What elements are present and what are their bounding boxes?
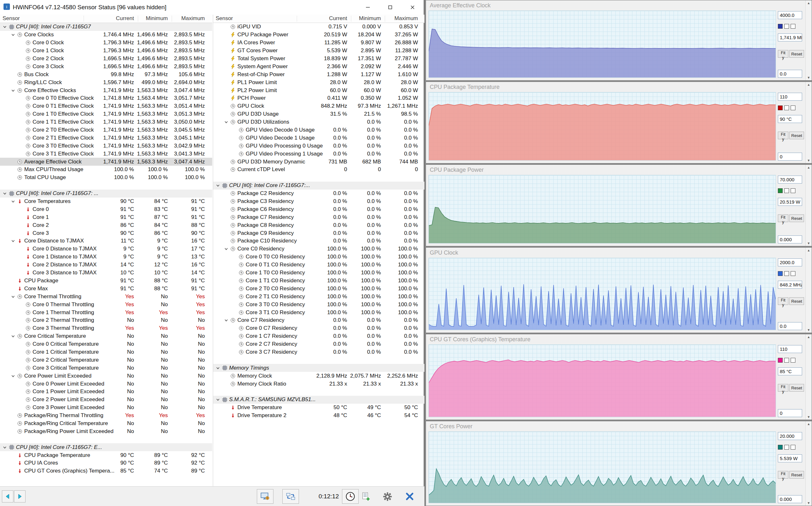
sensor-row[interactable]: GPU Video Processing 0 Usage0.0 %0.0 %0.…: [213, 142, 424, 150]
scroll-up-icon[interactable]: ▲: [806, 335, 812, 339]
graph-scrollbar[interactable]: ▲▼: [805, 82, 812, 163]
sensor-row[interactable]: Core 3 T0 Effective Clock1,741.9 MHz1,56…: [0, 142, 212, 150]
scroll-down-icon[interactable]: ▼: [806, 328, 812, 332]
sensor-row[interactable]: Total CPU Usage100.0 %100.0 %100.0 %: [0, 174, 212, 182]
y-min-input[interactable]: 0: [778, 153, 802, 161]
sensor-row[interactable]: Core Thermal ThrottlingYesNoYes: [0, 292, 212, 301]
sensor-row[interactable]: GPU Video Decode 1 Usage0.0 %0.0 %0.0 %: [213, 134, 424, 142]
sensor-row[interactable]: Core 0 C7 Residency0.0 %0.0 %0.0 %: [213, 324, 424, 332]
sensor-row[interactable]: Core 191 °C87 °C91 °C: [0, 213, 212, 221]
sensor-row[interactable]: PCH Power0.411 W0.350 W1.052 W: [213, 94, 424, 102]
title-bar[interactable]: i HWiNFO64 v7.12-4580 Sensor Status [96 …: [0, 0, 424, 15]
sensor-row[interactable]: Package C2 Residency0.0 %0.0 %0.0 %: [213, 190, 424, 197]
fit-y-button[interactable]: Fit y: [778, 297, 789, 305]
sensor-row[interactable]: Core 2 Power Limit ExceededNoNoNo: [0, 396, 212, 404]
series-color-swatch[interactable]: [778, 358, 783, 363]
chevron-down-icon[interactable]: [224, 247, 230, 251]
series-color-swatch[interactable]: [778, 188, 783, 193]
sensor-row[interactable]: Core 2 Clock1,696.5 MHz1,496.6 MHz2,893.…: [0, 55, 212, 63]
chevron-down-icon[interactable]: [11, 199, 17, 203]
settings-gear-button[interactable]: [379, 489, 396, 504]
scroll-up-icon[interactable]: ▲: [806, 249, 812, 252]
y-max-input[interactable]: 4000.0: [778, 11, 802, 19]
series-color-swatch[interactable]: [791, 445, 795, 449]
series-color-swatch[interactable]: [791, 105, 795, 110]
sensor-row[interactable]: Core 3 Distance to TJMAX10 °C10 °C14 °C: [0, 269, 212, 277]
reset-button[interactable]: Reset: [789, 297, 804, 305]
chevron-down-icon[interactable]: [3, 191, 9, 196]
y-min-input[interactable]: 0.0: [778, 70, 802, 78]
sensor-row[interactable]: GPU Video Processing 1 Usage0.0 %0.0 %0.…: [213, 150, 424, 158]
sensor-row[interactable]: Package/Ring Critical TemperatureNoNoNo: [0, 420, 212, 428]
sensor-row[interactable]: Core 2 T1 C0 Residency100.0 %100.0 %100.…: [213, 292, 424, 301]
sensor-row[interactable]: Core 3 Power Limit ExceededNoNoNo: [0, 404, 212, 412]
sensor-row[interactable]: Core 2 T1 Effective Clock1,741.9 MHz1,56…: [0, 134, 212, 142]
scroll-down-icon[interactable]: ▼: [806, 159, 812, 162]
sensor-row[interactable]: Core 0 Thermal ThrottlingYesNoYes: [0, 301, 212, 309]
sensor-row[interactable]: Package C7 Residency0.0 %0.0 %0.0 %: [213, 213, 424, 221]
sensor-row[interactable]: Package C8 Residency0.0 %0.0 %0.0 %: [213, 221, 424, 229]
scroll-up-icon[interactable]: ▲: [806, 83, 812, 86]
sensor-row[interactable]: Core 1 C7 Residency0.0 %0.0 %0.0 %: [213, 332, 424, 340]
y-min-input[interactable]: 0.000: [778, 236, 802, 243]
sensor-row[interactable]: Core 2 Critical TemperatureNoNoNo: [0, 356, 212, 364]
series-color-swatch[interactable]: [784, 358, 789, 363]
reset-button[interactable]: Reset: [789, 50, 804, 58]
chevron-down-icon[interactable]: [11, 334, 17, 338]
sensor-row[interactable]: Core Distance to TJMAX11 °C9 °C16 °C: [0, 237, 212, 245]
sensor-row[interactable]: Memory Timings: [213, 364, 424, 372]
sensor-row[interactable]: GPU Clock848.2 MHz97.3 MHz1,267.1 MHz: [213, 102, 424, 110]
reset-button[interactable]: Reset: [789, 384, 804, 392]
series-color-swatch[interactable]: [778, 445, 783, 449]
sensor-row[interactable]: iGPU VID0.715 V0.000 V0.853 V: [213, 23, 424, 31]
scroll-down-icon[interactable]: ▼: [806, 242, 812, 245]
sensor-row[interactable]: Max CPU/Thread Usage100.0 %100.0 %100.0 …: [0, 166, 212, 174]
sensor-row[interactable]: Core 1 Distance to TJMAX9 °C9 °C13 °C: [0, 253, 212, 261]
nav-right-button[interactable]: [14, 490, 25, 503]
sensor-row[interactable]: GT Cores Power5.539 W2.895 W11.288 W: [213, 47, 424, 55]
sensor-row[interactable]: Core 286 °C84 °C88 °C: [0, 221, 212, 229]
series-color-swatch[interactable]: [784, 271, 789, 276]
sensor-row[interactable]: Core 3 Thermal ThrottlingYesYesYes: [0, 324, 212, 332]
y-min-input[interactable]: 0: [778, 409, 802, 417]
scroll-up-icon[interactable]: ▲: [806, 166, 812, 169]
reset-button[interactable]: Reset: [789, 132, 804, 139]
sensor-row[interactable]: Bus Clock99.8 MHz97.3 MHz105.6 MHz: [0, 70, 212, 78]
sensor-row[interactable]: Core 390 °C86 °C90 °C: [0, 229, 212, 237]
sensor-row[interactable]: Drive Temperature50 °C49 °C50 °C: [213, 404, 424, 412]
sensor-row[interactable]: Core 3 C7 Residency0.0 %0.0 %0.0 %: [213, 348, 424, 356]
sensor-row[interactable]: GPU D3D Memory Dynamic731 MB682 MB744 MB: [213, 158, 424, 166]
fit-y-button[interactable]: Fit y: [778, 471, 789, 479]
sensor-row[interactable]: CPU Package Temperature90 °C89 °C92 °C: [0, 451, 212, 459]
sensor-row[interactable]: System Agent Power2.366 W2.092 W2.446 W: [213, 63, 424, 70]
maximize-button[interactable]: [379, 0, 401, 14]
sensor-row[interactable]: Core 0 Distance to TJMAX9 °C9 °C17 °C: [0, 245, 212, 253]
chevron-down-icon[interactable]: [11, 32, 17, 37]
sensor-row[interactable]: Core C0 Residency100.0 %100.0 %100.0 %: [213, 245, 424, 253]
series-color-swatch[interactable]: [784, 105, 789, 110]
sensor-row[interactable]: Memory Clock2,128.9 MHz2,075.7 MHz2,252.…: [213, 372, 424, 380]
graph-plot-area[interactable]: [428, 10, 776, 78]
sensor-row[interactable]: Average Effective Clock1,741.9 MHz1,563.…: [0, 158, 212, 166]
graph-scrollbar[interactable]: ▲▼: [805, 248, 812, 333]
exit-button[interactable]: [401, 489, 418, 504]
chevron-down-icon[interactable]: [224, 120, 230, 124]
sensor-row[interactable]: Current cTDP Level000: [213, 166, 424, 174]
sensor-row[interactable]: GPU D3D Utilizations0.0 %0.0 %: [213, 118, 424, 126]
sensor-row[interactable]: Core Max91 °C88 °C91 °C: [0, 284, 212, 292]
sensor-row[interactable]: CPU [#0]: Intel Core i7-1165G7: [0, 23, 212, 31]
sensor-row[interactable]: S.M.A.R.T.: SAMSUNG MZVLB51...: [213, 396, 424, 404]
sensor-row[interactable]: Core 1 Thermal ThrottlingYesYesYes: [0, 309, 212, 316]
sensor-row[interactable]: Core 0 T1 Effective Clock1,741.9 MHz1,56…: [0, 102, 212, 110]
scroll-up-icon[interactable]: ▲: [806, 422, 812, 426]
report-button[interactable]: [357, 489, 374, 504]
sensor-row[interactable]: Core 3 T0 C0 Residency100.0 %100.0 %100.…: [213, 301, 424, 309]
chevron-down-icon[interactable]: [3, 445, 9, 449]
sensor-row[interactable]: Core Effective Clocks1,741.9 MHz1,563.3 …: [0, 86, 212, 94]
sensor-row[interactable]: Core 2 C7 Residency0.0 %0.0 %0.0 %: [213, 340, 424, 348]
y-max-input[interactable]: 110: [778, 93, 802, 101]
sensor-row[interactable]: GPU Video Decode 0 Usage0.0 %0.0 %0.0 %: [213, 126, 424, 134]
graph-scrollbar[interactable]: ▲▼: [805, 421, 812, 506]
sensor-row[interactable]: Core 0 Critical TemperatureNoNoNo: [0, 340, 212, 348]
graph-plot-area[interactable]: [428, 258, 776, 330]
